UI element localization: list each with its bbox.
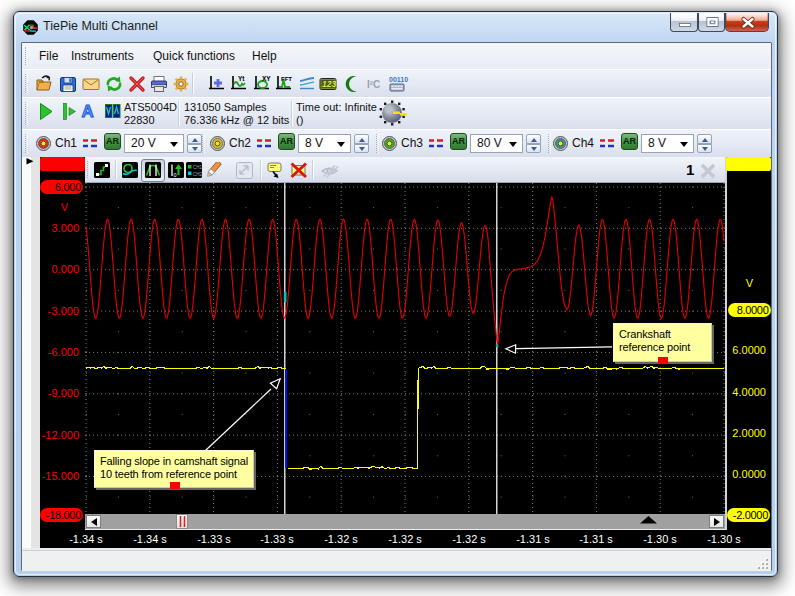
svg-text:XY: XY <box>262 75 271 82</box>
svg-text:00110: 00110 <box>389 76 408 83</box>
svg-text:A: A <box>82 102 94 120</box>
svg-text:FFT: FFT <box>281 76 292 82</box>
svg-text:Yt: Yt <box>238 75 245 82</box>
svg-text:0: 0 <box>174 172 177 178</box>
svg-text:123: 123 <box>322 79 336 89</box>
svg-text:I²C: I²C <box>367 79 380 90</box>
svg-text:CH1: CH1 <box>193 165 202 170</box>
svg-text:CH2: CH2 <box>193 172 202 177</box>
